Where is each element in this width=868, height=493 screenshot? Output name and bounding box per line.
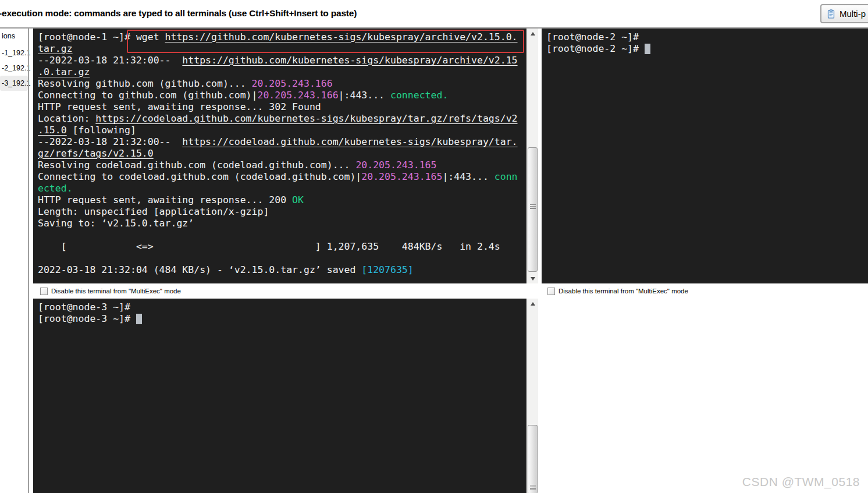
terminal-line: ected. <box>38 183 527 194</box>
terminal-text-segment: [root@node-3 ~]# <box>38 313 136 324</box>
terminal-line: .15.0 [following] <box>38 125 527 136</box>
terminal-line: [root@node-2 ~]# <box>546 31 868 43</box>
terminal-line: Connecting to codeload.github.com (codel… <box>38 171 527 183</box>
terminal-node3-scrollbar[interactable] <box>527 299 538 493</box>
terminal-text-segment: Resolving github.com (github.com)... <box>38 78 252 89</box>
terminal-line: Location: https://codeload.github.com/ku… <box>38 113 527 125</box>
terminal-text-segment: --2022-03-18 21:32:00-- <box>38 136 182 147</box>
terminal-text-segment: connected. <box>390 90 448 101</box>
terminal-text-segment: OK <box>292 194 304 205</box>
terminal-line: [root@node-1 ~]# wget https://github.com… <box>38 31 527 43</box>
terminal-text-segment: |:443... <box>339 90 390 101</box>
terminal-text-segment: |:443... <box>442 171 494 182</box>
terminal-text-segment: [following] <box>67 125 136 136</box>
terminal-text-segment: [ <=> ] 1,207,635 484KB/s in 2.4s <box>38 241 500 252</box>
terminal-text-segment: .0.tar.gz <box>38 66 90 77</box>
terminal-text-segment: https://github.com/kubernetes-sigs/kubes… <box>165 31 518 42</box>
terminal-text-segment: ected. <box>38 183 73 194</box>
terminal-text-segment: Resolving codeload.github.com (codeload.… <box>38 159 355 171</box>
terminal-text-segment: HTTP request sent, awaiting response... … <box>38 194 292 205</box>
terminal-text-segment: [root@node-2 ~]# <box>546 31 639 42</box>
terminal-node1-scrollbar[interactable] <box>527 29 538 283</box>
terminal-line: Resolving codeload.github.com (codeload.… <box>38 159 527 171</box>
terminal-text-segment: 20.205.243.165 <box>361 171 442 182</box>
scroll-up-button[interactable] <box>527 299 539 308</box>
terminal-text-segment: wget <box>136 31 165 42</box>
terminal-text-segment: https://codeload.github.com/kubernetes-s… <box>182 136 517 147</box>
scrollbar-thumb[interactable] <box>528 425 538 493</box>
scroll-down-button[interactable] <box>527 274 539 283</box>
multi-paste-button[interactable]: Multi-p <box>820 4 868 23</box>
terminal-text-segment: Connecting to codeload.github.com (codel… <box>38 171 361 182</box>
terminal-node2[interactable]: [root@node-2 ~]#[root@node-2 ~]# <box>542 29 868 283</box>
terminal-text-segment: gz/refs/tags/v2.15.0 <box>38 148 154 159</box>
terminal-line <box>38 229 527 241</box>
terminal-text-segment: --2022-03-18 21:32:00-- <box>38 55 182 66</box>
multiexec-disable-checkbox[interactable] <box>40 288 48 295</box>
session-item[interactable]: -1_192.1 <box>0 45 28 61</box>
terminal-node1[interactable]: [root@node-1 ~]# wget https://github.com… <box>33 29 527 283</box>
terminal-cursor <box>136 314 142 324</box>
terminal-line: [root@node-3 ~]# <box>38 302 527 313</box>
terminal-line: gz/refs/tags/v2.15.0 <box>38 148 527 159</box>
multiexec-disable-label: Disable this terminal from "MultiExec" m… <box>558 288 688 295</box>
terminal-text-segment: HTTP request sent, awaiting response... … <box>38 101 321 112</box>
terminal-text-segment: 20.205.243.166 <box>258 90 339 101</box>
terminal-cursor <box>645 44 650 54</box>
terminal-line: [ <=> ] 1,207,635 484KB/s in 2.4s <box>38 241 527 253</box>
session-item[interactable]: -3_192.1 <box>0 76 28 91</box>
sessions-sidebar: ions -1_192.1-2_192.1-3_192.1 <box>0 29 28 91</box>
terminal-text-segment: Length: unspecified [application/x-gzip] <box>38 206 269 217</box>
terminal-line: [root@node-3 ~]# <box>38 313 527 325</box>
terminal-text-segment: https://github.com/kubernetes-sigs/kubes… <box>182 55 517 66</box>
terminal-line <box>38 253 527 264</box>
terminal-text-segment: [root@node-2 ~]# <box>546 43 645 54</box>
terminal-text-segment: tar.gz <box>38 43 73 54</box>
terminal-line: HTTP request sent, awaiting response... … <box>38 101 527 113</box>
clipboard-icon <box>827 9 836 19</box>
scrollbar-grip-icon <box>530 485 536 490</box>
terminal-line: Length: unspecified [application/x-gzip] <box>38 206 527 218</box>
terminal-line: Saving to: ‘v2.15.0.tar.gz’ <box>38 218 527 229</box>
terminal-text-segment: [root@node-3 ~]# <box>38 302 130 313</box>
terminal-text-segment: [root@node-1 ~]# <box>38 31 136 42</box>
terminal-text-segment: 2022-03-18 21:32:04 (484 KB/s) - ‘v2.15.… <box>38 264 361 275</box>
terminal-text-segment: conn <box>495 171 518 182</box>
terminal-line: Resolving github.com (github.com)... 20.… <box>38 78 527 90</box>
sessions-header: ions <box>0 32 28 40</box>
terminal-text-segment: 20.205.243.165 <box>355 159 436 171</box>
scrollbar-thumb[interactable] <box>528 147 538 272</box>
multiexec-disable-row-node2: Disable this terminal from "MultiExec" m… <box>542 283 868 299</box>
session-item[interactable]: -2_192.1 <box>0 61 28 76</box>
terminal-text-segment: https://codeload.github.com/kubernetes-s… <box>95 113 517 124</box>
terminal-line: Connecting to github.com (github.com)|20… <box>38 90 527 101</box>
terminal-node3[interactable]: [root@node-3 ~]#[root@node-3 ~]# <box>33 299 527 493</box>
terminal-text-segment: 20.205.243.166 <box>252 78 333 89</box>
csdn-watermark: CSDN @TWM_0518 <box>742 475 860 489</box>
terminal-line: 2022-03-18 21:32:04 (484 KB/s) - ‘v2.15.… <box>38 264 527 276</box>
terminal-line: [root@node-2 ~]# <box>546 43 868 55</box>
arrow-up-icon <box>531 302 535 306</box>
terminal-text-segment: .15.0 <box>38 125 67 136</box>
multiexec-banner-text: -execution mode: commands are typed to a… <box>0 8 357 19</box>
terminal-text-segment: Location: <box>38 113 95 124</box>
scrollbar-grip-icon <box>530 204 536 209</box>
scroll-up-button[interactable] <box>527 29 539 38</box>
terminal-line: --2022-03-18 21:32:00-- https://codeload… <box>38 136 527 148</box>
multi-paste-button-label: Multi-p <box>839 9 866 19</box>
sidebar-divider[interactable] <box>28 29 29 493</box>
multiexec-disable-checkbox[interactable] <box>547 288 555 295</box>
terminal-line: .0.tar.gz <box>38 66 527 78</box>
terminal-text-segment: Connecting to github.com (github.com)| <box>38 90 258 101</box>
terminal-line: HTTP request sent, awaiting response... … <box>38 194 527 206</box>
terminal-line: --2022-03-18 21:32:00-- https://github.c… <box>38 55 527 66</box>
arrow-up-icon <box>531 32 535 36</box>
multiexec-disable-row-node1: Disable this terminal from "MultiExec" m… <box>33 283 527 299</box>
terminal-text-segment: [1207635] <box>361 264 413 275</box>
terminal-text-segment: Saving to: ‘v2.15.0.tar.gz’ <box>38 218 194 229</box>
multiexec-disable-label: Disable this terminal from "MultiExec" m… <box>51 288 181 295</box>
multiexec-banner: -execution mode: commands are typed to a… <box>0 0 868 27</box>
arrow-down-icon <box>531 277 535 281</box>
terminal-line: tar.gz <box>38 43 527 55</box>
